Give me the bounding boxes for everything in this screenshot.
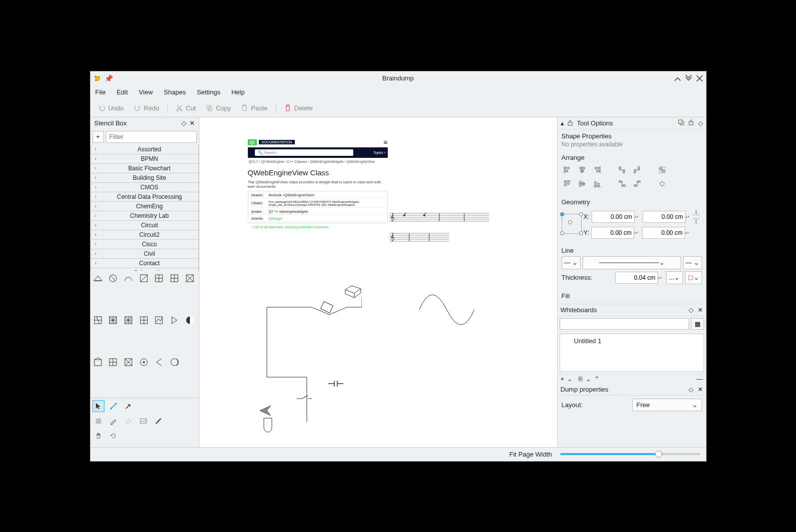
thickness-input[interactable] bbox=[615, 272, 658, 284]
line-cap-select[interactable]: ⌄ bbox=[685, 271, 702, 284]
shape-icon[interactable] bbox=[137, 356, 150, 369]
stencil-cat[interactable]: ›Cisco bbox=[90, 239, 199, 249]
cut-button[interactable]: Cut bbox=[172, 102, 200, 114]
minus-icon[interactable]: — bbox=[697, 375, 703, 383]
link-icon[interactable] bbox=[694, 209, 699, 225]
h-input[interactable] bbox=[642, 227, 685, 239]
stencil-cat[interactable]: ›Civil bbox=[90, 249, 199, 259]
whiteboard-grid-button[interactable]: ▦ bbox=[691, 318, 704, 330]
stencil-cat[interactable]: ›ChemEng bbox=[90, 201, 199, 211]
stencil-cat[interactable]: ›Chemistry Lab bbox=[90, 211, 199, 221]
add-stencil-button[interactable]: + bbox=[92, 131, 104, 143]
canvas[interactable]: Qt DOCUMENTATION ≡ 🔍 Search Topics› Qt 6… bbox=[199, 117, 557, 447]
image-tool[interactable] bbox=[137, 415, 149, 427]
whiteboard-name-input[interactable] bbox=[560, 318, 689, 330]
shape-icon[interactable] bbox=[91, 272, 104, 285]
shape-icon[interactable] bbox=[137, 272, 150, 285]
qt-doc-shape[interactable]: Qt DOCUMENTATION ≡ 🔍 Search Topics› Qt 6… bbox=[248, 137, 388, 231]
zoom-slider[interactable] bbox=[560, 453, 700, 455]
paste-button[interactable]: Paste bbox=[237, 102, 271, 114]
add-icon[interactable]: + bbox=[561, 375, 565, 383]
shape-icon[interactable] bbox=[183, 314, 196, 327]
detach-icon[interactable] bbox=[678, 119, 684, 125]
shape-icon[interactable] bbox=[152, 314, 165, 327]
align-top-button[interactable] bbox=[562, 178, 573, 189]
shape-icon[interactable] bbox=[122, 356, 135, 369]
menu-settings[interactable]: Settings bbox=[196, 86, 221, 98]
distribute-bottom-button[interactable] bbox=[632, 178, 643, 189]
hand-tool[interactable] bbox=[92, 430, 104, 442]
shape-icon[interactable] bbox=[91, 356, 104, 369]
whiteboard-item[interactable]: Untitled 1 bbox=[562, 336, 702, 346]
lock-icon[interactable] bbox=[688, 119, 694, 125]
maximize-button[interactable] bbox=[685, 75, 692, 82]
chevron-down-icon[interactable]: ⌄ bbox=[586, 375, 591, 383]
stencil-cat[interactable]: ›Contact bbox=[90, 258, 199, 268]
arrow-head-shape[interactable] bbox=[257, 405, 272, 417]
refresh-tool[interactable] bbox=[107, 430, 119, 442]
s-curve-shape[interactable] bbox=[417, 285, 477, 335]
line-end-select[interactable]: — ⌄ bbox=[683, 256, 702, 269]
line-style-select[interactable]: ⌄ bbox=[583, 256, 681, 269]
shape-icon[interactable] bbox=[152, 272, 165, 285]
music-staff-2[interactable]: 𝄞 bbox=[389, 232, 449, 242]
copy-button[interactable]: Copy bbox=[202, 102, 235, 114]
stencil-cat[interactable]: ›Circuit2 bbox=[90, 230, 199, 240]
distribute-left-button[interactable] bbox=[617, 164, 628, 175]
menu-file[interactable]: File bbox=[94, 86, 107, 98]
close-panel-icon[interactable]: ✕ bbox=[698, 306, 703, 314]
switch-shape[interactable] bbox=[297, 395, 312, 400]
shape-icon[interactable] bbox=[106, 272, 119, 285]
distribute-right-button[interactable] bbox=[632, 164, 643, 175]
capacitor-shape[interactable] bbox=[328, 380, 343, 388]
close-panel-icon[interactable]: ✕ bbox=[698, 386, 703, 393]
brush-tool[interactable] bbox=[152, 415, 164, 427]
delete-button[interactable]: Delete bbox=[280, 102, 317, 114]
x-input[interactable] bbox=[592, 211, 635, 223]
grid-tool[interactable] bbox=[92, 415, 104, 427]
undo-button[interactable]: Undo bbox=[94, 102, 128, 114]
align-center-h-button[interactable] bbox=[577, 164, 588, 175]
menu-shapes[interactable]: Shapes bbox=[163, 86, 187, 98]
menu-edit[interactable]: Edit bbox=[115, 86, 128, 98]
float-icon[interactable]: ◇ bbox=[698, 119, 703, 127]
menu-help[interactable]: Help bbox=[230, 86, 246, 98]
line-start-select[interactable]: — ⌄ bbox=[562, 256, 581, 269]
chevron-down-icon[interactable]: ⌄ bbox=[567, 375, 573, 383]
float-icon[interactable]: ◇ bbox=[181, 119, 186, 127]
align-right-button[interactable] bbox=[592, 164, 603, 175]
filter-input[interactable] bbox=[106, 131, 197, 143]
w-input[interactable] bbox=[643, 211, 686, 223]
bulb-shape[interactable] bbox=[262, 417, 274, 437]
chevron-up-icon[interactable]: ⌃ bbox=[594, 375, 600, 383]
redo-button[interactable]: Redo bbox=[130, 102, 163, 114]
minimize-button[interactable] bbox=[674, 75, 681, 82]
anchor-selector[interactable] bbox=[562, 214, 582, 234]
stencil-cat[interactable]: ›Central Data Processing bbox=[90, 192, 199, 202]
stencil-cat[interactable]: ›BPMN bbox=[90, 154, 199, 164]
shape-icon[interactable] bbox=[106, 314, 119, 327]
arrow-tool[interactable] bbox=[122, 400, 134, 412]
distribute-top-button[interactable] bbox=[617, 178, 628, 189]
stencil-cat[interactable]: ›Assorted bbox=[90, 145, 199, 154]
pin-icon[interactable]: 📌 bbox=[104, 74, 113, 82]
line-more-select[interactable]: ... ⌄ bbox=[666, 271, 683, 284]
stencil-cat[interactable]: ›Circuit bbox=[90, 220, 199, 230]
layout-select[interactable]: Free⌄ bbox=[632, 399, 702, 411]
shape-icon[interactable] bbox=[137, 314, 150, 327]
shape-icon[interactable] bbox=[168, 314, 181, 327]
float-icon[interactable]: ◇ bbox=[689, 386, 694, 393]
shape-icon[interactable] bbox=[91, 314, 104, 327]
shape-icon[interactable] bbox=[122, 314, 135, 327]
shape-icon[interactable] bbox=[122, 272, 135, 285]
close-button[interactable] bbox=[696, 75, 703, 82]
close-panel-icon[interactable]: ✕ bbox=[189, 119, 195, 127]
align-bottom-button[interactable] bbox=[592, 178, 603, 189]
copy-icon[interactable]: ⎘ bbox=[579, 375, 583, 383]
shape-icon[interactable] bbox=[106, 356, 119, 369]
stencil-cat[interactable]: ›CMOS bbox=[90, 182, 199, 192]
ungroup-button[interactable] bbox=[657, 178, 668, 189]
y-input[interactable] bbox=[591, 227, 634, 239]
pointer-tool[interactable] bbox=[92, 400, 104, 412]
group-button[interactable] bbox=[657, 164, 668, 175]
